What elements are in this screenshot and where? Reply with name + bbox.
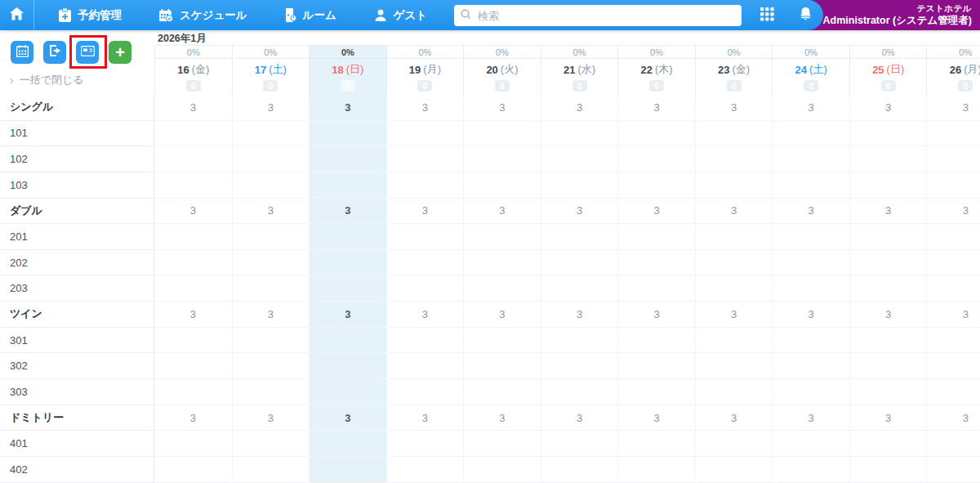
availability-cell[interactable] [772,328,849,354]
availability-cell[interactable]: 3 [232,199,310,225]
availability-cell[interactable]: 3 [309,302,386,328]
availability-cell[interactable]: 3 [541,199,618,225]
availability-cell[interactable]: 3 [695,95,773,121]
availability-cell[interactable]: 3 [232,302,310,328]
availability-cell[interactable]: 3 [772,199,849,225]
availability-cell[interactable]: 3 [617,405,695,432]
availability-cell[interactable] [617,431,695,457]
availability-cell[interactable] [309,431,386,457]
availability-cell[interactable]: 3 [926,199,980,225]
availability-cell[interactable]: 3 [617,95,695,121]
availability-cell[interactable]: 3 [386,95,464,121]
availability-cell[interactable] [154,379,232,405]
availability-cell[interactable] [926,146,980,172]
availability-cell[interactable] [463,353,541,379]
availability-cell[interactable] [695,224,773,250]
availability-cell[interactable] [154,250,232,276]
availability-cell[interactable] [695,146,773,172]
day-header-20[interactable]: 0%20(火)0 [463,46,541,95]
availability-cell[interactable] [386,121,464,147]
availability-cell[interactable]: 3 [695,302,773,328]
room-type-label[interactable]: ドミトリー [0,405,154,432]
availability-cell[interactable] [232,431,310,457]
availability-cell[interactable] [772,250,849,276]
add-button[interactable]: + [109,41,131,64]
availability-cell[interactable] [386,328,464,354]
availability-cell[interactable] [772,172,849,199]
home-button[interactable] [0,0,34,30]
availability-cell[interactable] [232,121,310,147]
availability-cell[interactable] [386,379,464,405]
availability-cell[interactable] [154,457,232,483]
availability-cell[interactable] [309,328,386,354]
availability-cell[interactable]: 3 [617,302,695,328]
availability-cell[interactable] [617,146,695,172]
availability-cell[interactable]: 3 [849,302,927,328]
availability-cell[interactable] [849,431,927,457]
nav-item-rooms[interactable]: ルーム [285,8,336,23]
day-header-19[interactable]: 0%19(月)0 [386,46,464,95]
availability-cell[interactable] [695,328,773,354]
availability-cell[interactable] [463,172,541,199]
availability-cell[interactable] [154,353,232,379]
day-header-26[interactable]: 0%26(月)0 [926,46,980,95]
availability-cell[interactable]: 3 [772,302,849,328]
nav-item-schedule[interactable]: スケジュール [159,8,247,23]
search-input[interactable] [476,9,735,23]
availability-cell[interactable] [849,224,927,250]
collapse-all-link[interactable]: › 一括で閉じる [10,73,84,87]
nav-item-reservations[interactable]: 予約管理 [59,8,122,23]
availability-cell[interactable] [926,121,980,147]
availability-cell[interactable] [386,250,464,276]
availability-cell[interactable] [926,224,980,250]
room-type-label[interactable]: ツイン [0,302,154,328]
availability-cell[interactable] [309,121,386,147]
availability-cell[interactable] [617,379,695,405]
availability-cell[interactable]: 3 [463,199,541,225]
availability-cell[interactable]: 3 [386,302,464,328]
day-header-21[interactable]: 0%21(水)0 [541,46,618,95]
availability-cell[interactable] [849,146,927,172]
availability-cell[interactable] [926,431,980,457]
availability-cell[interactable] [617,353,695,379]
availability-cell[interactable]: 3 [695,405,773,432]
availability-cell[interactable]: 3 [695,199,773,225]
availability-cell[interactable] [463,457,541,483]
availability-cell[interactable] [695,172,773,199]
availability-cell[interactable]: 3 [386,199,464,225]
availability-cell[interactable] [386,353,464,379]
availability-cell[interactable]: 3 [154,302,232,328]
availability-cell[interactable] [926,328,980,354]
availability-cell[interactable] [541,224,618,250]
availability-cell[interactable]: 3 [772,405,849,432]
availability-cell[interactable] [617,172,695,199]
availability-cell[interactable] [463,121,541,147]
availability-cell[interactable] [772,224,849,250]
availability-cell[interactable] [463,250,541,276]
availability-cell[interactable] [772,379,849,405]
availability-cell[interactable] [541,121,618,147]
availability-cell[interactable]: 3 [541,302,618,328]
key-card-button[interactable] [76,41,99,64]
availability-cell[interactable] [617,328,695,354]
availability-cell[interactable] [772,353,849,379]
availability-cell[interactable] [541,379,618,405]
availability-cell[interactable] [541,275,618,302]
availability-cell[interactable] [772,457,849,483]
availability-cell[interactable] [541,431,618,457]
availability-cell[interactable] [232,250,310,276]
availability-cell[interactable] [541,457,618,483]
availability-cell[interactable] [541,353,618,379]
availability-cell[interactable] [541,250,618,276]
availability-cell[interactable] [232,172,310,199]
availability-cell[interactable] [232,379,310,405]
availability-cell[interactable] [926,172,980,199]
availability-cell[interactable] [232,146,310,172]
availability-cell[interactable] [541,328,618,354]
availability-cell[interactable] [695,250,773,276]
availability-cell[interactable] [695,431,773,457]
availability-cell[interactable] [849,275,927,302]
availability-cell[interactable] [617,457,695,483]
availability-cell[interactable] [154,121,232,147]
availability-cell[interactable]: 3 [463,95,541,121]
